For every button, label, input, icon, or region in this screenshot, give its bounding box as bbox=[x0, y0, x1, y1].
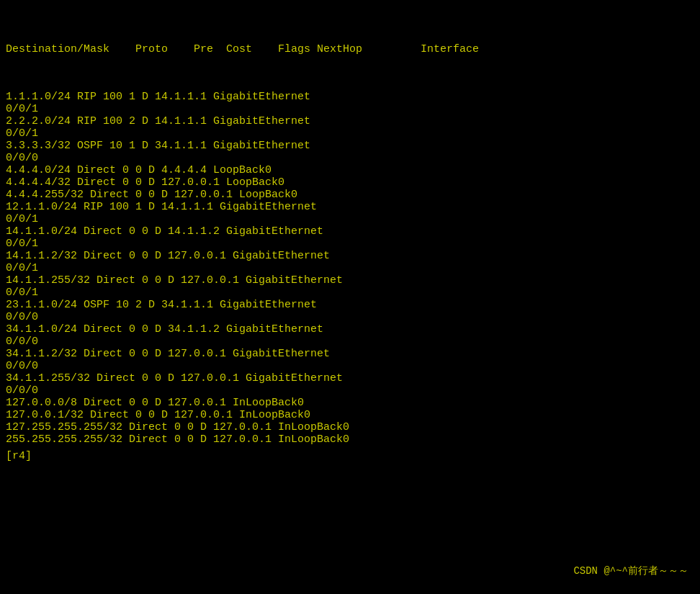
watermark: CSDN @^~^前行者～～～ bbox=[573, 564, 688, 577]
table-row-cont: 0/0/0 bbox=[6, 360, 694, 372]
table-row-cont: 0/0/0 bbox=[6, 384, 694, 397]
table-row: 4.4.4.4/32 Direct 0 0 D 127.0.0.1 LoopBa… bbox=[6, 176, 694, 189]
table-row: 255.255.255.255/32 Direct 0 0 D 127.0.0.… bbox=[6, 433, 694, 446]
prompt-row: [r4] bbox=[6, 450, 694, 462]
table-row: 2.2.2.0/24 RIP 100 2 D 14.1.1.1 GigabitE… bbox=[6, 115, 694, 127]
table-row: 127.0.0.0/8 Direct 0 0 D 127.0.0.1 InLoo… bbox=[6, 397, 694, 409]
table-row: 23.1.1.0/24 OSPF 10 2 D 34.1.1.1 Gigabit… bbox=[6, 299, 694, 311]
table-row: 14.1.1.2/32 Direct 0 0 D 127.0.0.1 Gigab… bbox=[6, 250, 694, 262]
table-row-cont: 0/0/0 bbox=[6, 311, 694, 323]
table-row: 3.3.3.3/32 OSPF 10 1 D 34.1.1.1 GigabitE… bbox=[6, 140, 694, 152]
table-row: 4.4.4.255/32 Direct 0 0 D 127.0.0.1 Loop… bbox=[6, 189, 694, 201]
terminal: Destination/Mask Proto Pre Cost Flags Ne… bbox=[6, 7, 694, 583]
table-row: 34.1.1.2/32 Direct 0 0 D 127.0.0.1 Gigab… bbox=[6, 348, 694, 360]
table-row-cont: 0/0/1 bbox=[6, 262, 694, 274]
table-row: 127.0.0.1/32 Direct 0 0 D 127.0.0.1 InLo… bbox=[6, 409, 694, 421]
table-row-cont: 0/0/1 bbox=[6, 103, 694, 115]
table-row-cont: 0/0/1 bbox=[6, 238, 694, 250]
table-header: Destination/Mask Proto Pre Cost Flags Ne… bbox=[6, 41, 694, 58]
table-row: 1.1.1.0/24 RIP 100 1 D 14.1.1.1 GigabitE… bbox=[6, 91, 694, 103]
table-row: 12.1.1.0/24 RIP 100 1 D 14.1.1.1 Gigabit… bbox=[6, 201, 694, 213]
table-row-cont: 0/0/0 bbox=[6, 336, 694, 348]
table-row-cont: 0/0/0 bbox=[6, 152, 694, 164]
table-row: 14.1.1.0/24 Direct 0 0 D 14.1.1.2 Gigabi… bbox=[6, 225, 694, 238]
table-row: 14.1.1.255/32 Direct 0 0 D 127.0.0.1 Gig… bbox=[6, 274, 694, 287]
table-row: 4.4.4.0/24 Direct 0 0 D 4.4.4.4 LoopBack… bbox=[6, 164, 694, 176]
table-row-cont: 0/0/1 bbox=[6, 213, 694, 225]
table-row-cont: 0/0/1 bbox=[6, 127, 694, 140]
table-row-cont: 0/0/1 bbox=[6, 287, 694, 299]
table-row: 34.1.1.255/32 Direct 0 0 D 127.0.0.1 Gig… bbox=[6, 372, 694, 384]
route-table: Destination/Mask Proto Pre Cost Flags Ne… bbox=[6, 7, 694, 91]
table-row: 127.255.255.255/32 Direct 0 0 D 127.0.0.… bbox=[6, 421, 694, 433]
rows-container: 1.1.1.0/24 RIP 100 1 D 14.1.1.1 GigabitE… bbox=[6, 91, 694, 446]
prompt: [r4] bbox=[6, 450, 32, 462]
table-row: 34.1.1.0/24 Direct 0 0 D 34.1.1.2 Gigabi… bbox=[6, 323, 694, 336]
